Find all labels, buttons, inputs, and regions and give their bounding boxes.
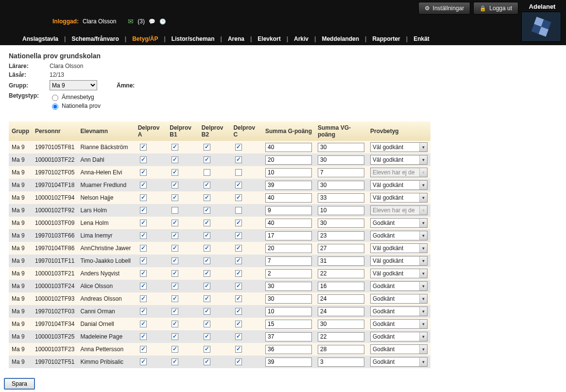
provbetyg-select[interactable]: Väl godkänt▼ [370, 155, 428, 165]
checkbox-delprov-a[interactable] [140, 169, 147, 176]
checkbox-delprov-c[interactable] [235, 232, 242, 239]
nav-item-meddelanden[interactable]: Meddelanden [318, 35, 363, 42]
checkbox-delprov-b1[interactable] [172, 295, 178, 302]
checkbox-delprov-b2[interactable] [204, 295, 210, 302]
nav-item-schema-fr-nvaro[interactable]: Schema/frånvaro [68, 35, 122, 42]
input-summa-vg[interactable] [318, 155, 364, 165]
checkbox-delprov-c[interactable] [235, 257, 242, 264]
checkbox-delprov-b1[interactable] [172, 194, 178, 201]
checkbox-delprov-b1[interactable] [172, 182, 178, 188]
checkbox-delprov-a[interactable] [140, 232, 147, 239]
input-summa-g[interactable] [265, 206, 312, 215]
checkbox-delprov-b2[interactable] [204, 308, 210, 315]
nav-item-listor-scheman[interactable]: Listor/scheman [168, 35, 219, 42]
checkbox-delprov-c[interactable] [235, 144, 242, 151]
checkbox-delprov-b1[interactable] [172, 358, 178, 365]
checkbox-delprov-b2[interactable] [204, 283, 210, 290]
checkbox-delprov-b1[interactable] [172, 283, 178, 290]
checkbox-delprov-b1[interactable] [172, 144, 178, 151]
checkbox-delprov-b2[interactable] [204, 156, 210, 163]
provbetyg-select[interactable]: Väl godkänt▼ [370, 269, 428, 278]
provbetyg-select[interactable]: Godkänt▼ [370, 231, 428, 240]
checkbox-delprov-c[interactable] [235, 283, 242, 290]
nav-item-rapporter[interactable]: Rapporter [368, 35, 404, 42]
checkbox-delprov-c[interactable] [235, 270, 242, 277]
provbetyg-select[interactable]: Godkänt▼ [370, 344, 428, 354]
checkbox-delprov-b2[interactable] [204, 207, 210, 214]
provbetyg-select[interactable]: Väl godkänt▼ [370, 142, 428, 152]
input-summa-vg[interactable] [318, 219, 364, 228]
checkbox-delprov-c[interactable] [235, 207, 242, 214]
checkbox-delprov-a[interactable] [140, 144, 147, 151]
provbetyg-select[interactable]: Väl godkänt▼ [370, 193, 428, 203]
checkbox-delprov-a[interactable] [140, 308, 147, 315]
checkbox-delprov-a[interactable] [140, 346, 147, 353]
checkbox-delprov-c[interactable] [235, 169, 242, 176]
checkbox-delprov-b2[interactable] [204, 182, 210, 188]
input-summa-g[interactable] [265, 320, 312, 329]
checkbox-delprov-b1[interactable] [172, 169, 178, 176]
input-summa-g[interactable] [265, 307, 312, 316]
checkbox-delprov-c[interactable] [235, 321, 242, 327]
input-summa-vg[interactable] [318, 168, 364, 177]
input-summa-g[interactable] [265, 332, 312, 341]
input-summa-g[interactable] [265, 269, 312, 278]
checkbox-delprov-b2[interactable] [204, 270, 210, 277]
checkbox-delprov-b2[interactable] [204, 194, 210, 201]
checkbox-delprov-a[interactable] [140, 321, 147, 327]
input-summa-vg[interactable] [318, 206, 364, 215]
input-summa-g[interactable] [265, 155, 312, 165]
input-summa-g[interactable] [265, 193, 312, 203]
checkbox-delprov-a[interactable] [140, 220, 147, 226]
input-summa-vg[interactable] [318, 244, 364, 253]
checkbox-delprov-b1[interactable] [172, 207, 178, 214]
checkbox-delprov-a[interactable] [140, 257, 147, 264]
checkbox-delprov-a[interactable] [140, 182, 147, 188]
checkbox-delprov-b1[interactable] [172, 270, 178, 277]
checkbox-delprov-c[interactable] [235, 156, 242, 163]
save-button[interactable]: Spara [4, 378, 35, 390]
checkbox-delprov-b2[interactable] [204, 245, 210, 252]
input-summa-g[interactable] [265, 143, 312, 152]
checkbox-delprov-b1[interactable] [172, 156, 178, 163]
nav-item-elevkort[interactable]: Elevkort [254, 35, 284, 42]
checkbox-delprov-b1[interactable] [172, 220, 178, 226]
checkbox-delprov-b2[interactable] [204, 220, 210, 226]
provbetyg-select[interactable]: Väl godkänt▼ [370, 243, 428, 253]
input-summa-g[interactable] [265, 244, 312, 253]
input-summa-g[interactable] [265, 181, 312, 190]
checkbox-delprov-c[interactable] [235, 194, 242, 201]
provbetyg-select[interactable]: Godkänt▼ [370, 357, 428, 367]
input-summa-g[interactable] [265, 282, 312, 291]
input-summa-vg[interactable] [318, 269, 364, 278]
checkbox-delprov-c[interactable] [235, 346, 242, 353]
input-summa-vg[interactable] [318, 282, 364, 291]
checkbox-delprov-b2[interactable] [204, 232, 210, 239]
checkbox-delprov-a[interactable] [140, 295, 147, 302]
provbetyg-select[interactable]: Väl godkänt▼ [370, 256, 428, 266]
input-summa-vg[interactable] [318, 181, 364, 190]
nav-item-enk-t[interactable]: Enkät [410, 35, 433, 42]
checkbox-delprov-b2[interactable] [204, 321, 210, 327]
input-summa-g[interactable] [265, 219, 312, 228]
logout-button[interactable]: Logga ut [473, 2, 518, 15]
checkbox-delprov-b2[interactable] [204, 257, 210, 264]
input-summa-vg[interactable] [318, 193, 364, 203]
checkbox-delprov-a[interactable] [140, 270, 147, 277]
radio-amnesbetyg[interactable] [52, 95, 58, 101]
checkbox-delprov-c[interactable] [235, 295, 242, 302]
provbetyg-select[interactable]: Godkänt▼ [370, 294, 428, 304]
input-summa-g[interactable] [265, 231, 312, 240]
provbetyg-select[interactable]: Godkänt▼ [370, 307, 428, 316]
provbetyg-select[interactable]: Godkänt▼ [370, 281, 428, 291]
input-summa-vg[interactable] [318, 358, 364, 367]
checkbox-delprov-b2[interactable] [204, 346, 210, 353]
checkbox-delprov-b1[interactable] [172, 321, 178, 327]
checkbox-delprov-a[interactable] [140, 207, 147, 214]
input-summa-g[interactable] [265, 256, 312, 266]
input-summa-vg[interactable] [318, 231, 364, 240]
checkbox-delprov-a[interactable] [140, 245, 147, 252]
checkbox-delprov-b1[interactable] [172, 333, 178, 340]
input-summa-g[interactable] [265, 358, 312, 367]
chat-icon[interactable] [149, 18, 155, 25]
